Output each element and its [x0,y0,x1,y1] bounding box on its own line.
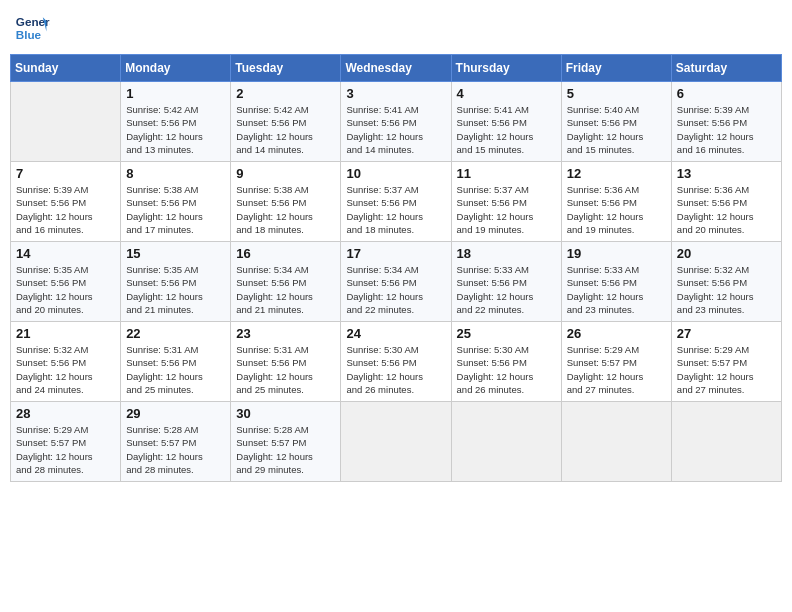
day-number: 13 [677,166,776,181]
day-info: Sunrise: 5:32 AMSunset: 5:56 PMDaylight:… [16,343,115,396]
logo: General Blue [14,10,50,46]
calendar-cell: 14Sunrise: 5:35 AMSunset: 5:56 PMDayligh… [11,242,121,322]
day-number: 21 [16,326,115,341]
day-number: 3 [346,86,445,101]
column-header-friday: Friday [561,55,671,82]
day-info: Sunrise: 5:35 AMSunset: 5:56 PMDaylight:… [126,263,225,316]
column-header-wednesday: Wednesday [341,55,451,82]
day-number: 6 [677,86,776,101]
day-info: Sunrise: 5:38 AMSunset: 5:56 PMDaylight:… [236,183,335,236]
calendar-cell: 12Sunrise: 5:36 AMSunset: 5:56 PMDayligh… [561,162,671,242]
calendar-cell [561,402,671,482]
day-info: Sunrise: 5:30 AMSunset: 5:56 PMDaylight:… [457,343,556,396]
page-header: General Blue [10,10,782,46]
day-number: 20 [677,246,776,261]
day-number: 8 [126,166,225,181]
day-number: 1 [126,86,225,101]
calendar-cell: 22Sunrise: 5:31 AMSunset: 5:56 PMDayligh… [121,322,231,402]
day-info: Sunrise: 5:28 AMSunset: 5:57 PMDaylight:… [126,423,225,476]
column-header-monday: Monday [121,55,231,82]
day-number: 30 [236,406,335,421]
calendar-cell: 13Sunrise: 5:36 AMSunset: 5:56 PMDayligh… [671,162,781,242]
day-info: Sunrise: 5:28 AMSunset: 5:57 PMDaylight:… [236,423,335,476]
calendar-cell: 29Sunrise: 5:28 AMSunset: 5:57 PMDayligh… [121,402,231,482]
day-number: 22 [126,326,225,341]
day-info: Sunrise: 5:31 AMSunset: 5:56 PMDaylight:… [236,343,335,396]
day-number: 9 [236,166,335,181]
day-info: Sunrise: 5:34 AMSunset: 5:56 PMDaylight:… [346,263,445,316]
day-info: Sunrise: 5:31 AMSunset: 5:56 PMDaylight:… [126,343,225,396]
day-number: 24 [346,326,445,341]
day-info: Sunrise: 5:33 AMSunset: 5:56 PMDaylight:… [457,263,556,316]
day-info: Sunrise: 5:42 AMSunset: 5:56 PMDaylight:… [126,103,225,156]
day-number: 17 [346,246,445,261]
column-header-tuesday: Tuesday [231,55,341,82]
calendar-cell: 21Sunrise: 5:32 AMSunset: 5:56 PMDayligh… [11,322,121,402]
day-number: 5 [567,86,666,101]
column-header-saturday: Saturday [671,55,781,82]
column-header-thursday: Thursday [451,55,561,82]
day-number: 11 [457,166,556,181]
day-info: Sunrise: 5:37 AMSunset: 5:56 PMDaylight:… [457,183,556,236]
day-info: Sunrise: 5:36 AMSunset: 5:56 PMDaylight:… [677,183,776,236]
day-info: Sunrise: 5:39 AMSunset: 5:56 PMDaylight:… [677,103,776,156]
logo-icon: General Blue [14,10,50,46]
day-number: 15 [126,246,225,261]
day-info: Sunrise: 5:29 AMSunset: 5:57 PMDaylight:… [567,343,666,396]
day-number: 12 [567,166,666,181]
day-number: 14 [16,246,115,261]
calendar-table: SundayMondayTuesdayWednesdayThursdayFrid… [10,54,782,482]
day-info: Sunrise: 5:40 AMSunset: 5:56 PMDaylight:… [567,103,666,156]
day-info: Sunrise: 5:34 AMSunset: 5:56 PMDaylight:… [236,263,335,316]
calendar-cell: 9Sunrise: 5:38 AMSunset: 5:56 PMDaylight… [231,162,341,242]
calendar-cell: 16Sunrise: 5:34 AMSunset: 5:56 PMDayligh… [231,242,341,322]
calendar-cell: 2Sunrise: 5:42 AMSunset: 5:56 PMDaylight… [231,82,341,162]
calendar-header-row: SundayMondayTuesdayWednesdayThursdayFrid… [11,55,782,82]
calendar-cell: 8Sunrise: 5:38 AMSunset: 5:56 PMDaylight… [121,162,231,242]
calendar-cell: 17Sunrise: 5:34 AMSunset: 5:56 PMDayligh… [341,242,451,322]
calendar-cell: 30Sunrise: 5:28 AMSunset: 5:57 PMDayligh… [231,402,341,482]
day-number: 25 [457,326,556,341]
calendar-week-row: 14Sunrise: 5:35 AMSunset: 5:56 PMDayligh… [11,242,782,322]
calendar-cell [341,402,451,482]
day-number: 23 [236,326,335,341]
calendar-cell [451,402,561,482]
day-info: Sunrise: 5:37 AMSunset: 5:56 PMDaylight:… [346,183,445,236]
calendar-cell: 27Sunrise: 5:29 AMSunset: 5:57 PMDayligh… [671,322,781,402]
day-number: 26 [567,326,666,341]
calendar-cell: 3Sunrise: 5:41 AMSunset: 5:56 PMDaylight… [341,82,451,162]
calendar-cell: 7Sunrise: 5:39 AMSunset: 5:56 PMDaylight… [11,162,121,242]
day-info: Sunrise: 5:41 AMSunset: 5:56 PMDaylight:… [346,103,445,156]
svg-text:Blue: Blue [16,28,42,41]
day-info: Sunrise: 5:42 AMSunset: 5:56 PMDaylight:… [236,103,335,156]
day-number: 18 [457,246,556,261]
calendar-cell [671,402,781,482]
calendar-week-row: 7Sunrise: 5:39 AMSunset: 5:56 PMDaylight… [11,162,782,242]
calendar-cell [11,82,121,162]
calendar-cell: 6Sunrise: 5:39 AMSunset: 5:56 PMDaylight… [671,82,781,162]
day-info: Sunrise: 5:41 AMSunset: 5:56 PMDaylight:… [457,103,556,156]
day-number: 7 [16,166,115,181]
day-info: Sunrise: 5:32 AMSunset: 5:56 PMDaylight:… [677,263,776,316]
day-number: 16 [236,246,335,261]
calendar-cell: 26Sunrise: 5:29 AMSunset: 5:57 PMDayligh… [561,322,671,402]
day-info: Sunrise: 5:33 AMSunset: 5:56 PMDaylight:… [567,263,666,316]
day-info: Sunrise: 5:29 AMSunset: 5:57 PMDaylight:… [16,423,115,476]
day-number: 2 [236,86,335,101]
day-number: 27 [677,326,776,341]
calendar-cell: 28Sunrise: 5:29 AMSunset: 5:57 PMDayligh… [11,402,121,482]
calendar-cell: 10Sunrise: 5:37 AMSunset: 5:56 PMDayligh… [341,162,451,242]
day-number: 28 [16,406,115,421]
calendar-cell: 11Sunrise: 5:37 AMSunset: 5:56 PMDayligh… [451,162,561,242]
day-number: 19 [567,246,666,261]
column-header-sunday: Sunday [11,55,121,82]
day-info: Sunrise: 5:30 AMSunset: 5:56 PMDaylight:… [346,343,445,396]
calendar-week-row: 1Sunrise: 5:42 AMSunset: 5:56 PMDaylight… [11,82,782,162]
calendar-cell: 18Sunrise: 5:33 AMSunset: 5:56 PMDayligh… [451,242,561,322]
day-info: Sunrise: 5:36 AMSunset: 5:56 PMDaylight:… [567,183,666,236]
day-number: 29 [126,406,225,421]
calendar-cell: 15Sunrise: 5:35 AMSunset: 5:56 PMDayligh… [121,242,231,322]
calendar-cell: 5Sunrise: 5:40 AMSunset: 5:56 PMDaylight… [561,82,671,162]
calendar-cell: 20Sunrise: 5:32 AMSunset: 5:56 PMDayligh… [671,242,781,322]
calendar-cell: 19Sunrise: 5:33 AMSunset: 5:56 PMDayligh… [561,242,671,322]
